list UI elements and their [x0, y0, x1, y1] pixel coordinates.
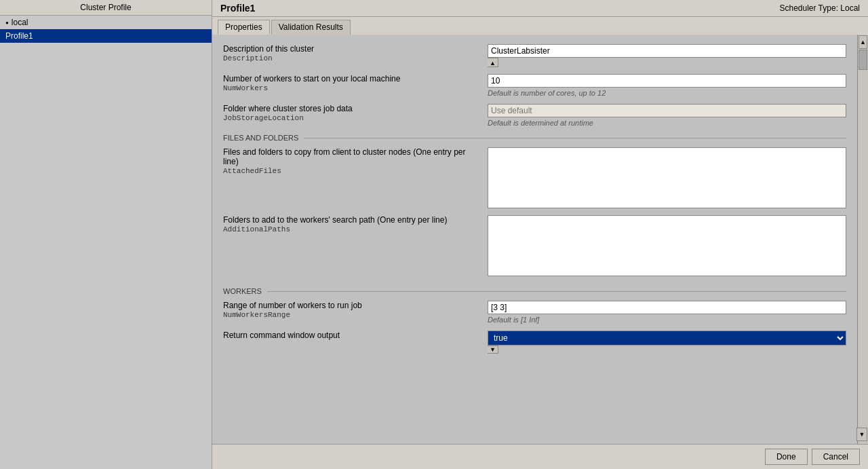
num-workers-row: Number of workers to start on your local… [223, 74, 846, 97]
sidebar-header: Cluster Profile [0, 0, 212, 16]
return-command-row: Return command window output true false … [223, 331, 846, 354]
attached-files-code: AttachedFiles [223, 167, 481, 175]
additional-paths-row: Folders to add to the workers' search pa… [223, 215, 846, 276]
attached-files-label: Files and folders to copy from client to… [223, 147, 466, 166]
description-input[interactable] [488, 44, 846, 58]
num-workers-label-wrap: Number of workers to start on your local… [223, 74, 488, 92]
num-workers-range-control: Default is [1 Inf] [488, 301, 846, 324]
main-content: Profile1 Scheduler Type: Local Propertie… [212, 0, 868, 469]
job-storage-input[interactable] [488, 104, 846, 117]
sidebar-item-profile[interactable]: Profile1 [0, 29, 212, 43]
additional-paths-control [488, 215, 846, 276]
scroll-down-button[interactable]: ▼ [856, 428, 867, 441]
profile-title: Profile1 [220, 3, 255, 14]
num-workers-range-row: Range of number of workers to run job Nu… [223, 301, 846, 324]
scheduler-type: Scheduler Type: Local [779, 3, 860, 13]
additional-paths-code: AdditionalPaths [223, 225, 481, 233]
additional-paths-label: Folders to add to the workers' search pa… [223, 215, 447, 225]
scroll-up-button[interactable]: ▲ [859, 35, 867, 49]
scrollable-area: Description of this cluster Description … [212, 35, 868, 444]
description-control: ▲ [488, 44, 846, 67]
scrollbar-track[interactable]: ▲ ▼ [857, 35, 868, 444]
scroll-thumb[interactable] [859, 50, 867, 70]
description-code: Description [223, 54, 481, 62]
bottom-bar: Done Cancel [212, 444, 868, 469]
files-folders-divider [304, 138, 846, 138]
additional-paths-label-wrap: Folders to add to the workers' search pa… [223, 215, 488, 233]
num-workers-range-code: NumWorkersRange [223, 311, 481, 319]
num-workers-range-label-wrap: Range of number of workers to run job Nu… [223, 301, 488, 319]
num-workers-control: Default is number of cores, up to 12 [488, 74, 846, 97]
attached-files-control [488, 147, 846, 208]
return-command-dropdown-arrow[interactable]: ▼ [488, 345, 498, 354]
sidebar-item-local[interactable]: local [0, 16, 212, 29]
job-storage-label: Folder where cluster stores job data [223, 104, 353, 113]
tab-content: Description of this cluster Description … [212, 35, 857, 444]
num-workers-input[interactable] [488, 74, 846, 88]
num-workers-label: Number of workers to start on your local… [223, 74, 400, 83]
tab-validation-results[interactable]: Validation Results [271, 20, 351, 35]
num-workers-hint: Default is number of cores, up to 12 [488, 89, 846, 97]
attached-files-label-wrap: Files and folders to copy from client to… [223, 147, 488, 175]
tab-bar: Properties Validation Results [212, 17, 868, 35]
workers-section: WORKERS Range of number of workers to ru… [223, 287, 846, 354]
return-command-control: true false ▼ [488, 331, 846, 354]
additional-paths-textarea[interactable] [488, 215, 846, 276]
return-command-label: Return command window output [223, 331, 340, 340]
files-folders-section: FILES AND FOLDERS Files and folders to c… [223, 134, 846, 276]
num-workers-range-hint: Default is [1 Inf] [488, 316, 846, 324]
description-label: Description of this cluster [223, 44, 314, 54]
attached-files-row: Files and folders to copy from client to… [223, 147, 846, 208]
return-command-label-wrap: Return command window output [223, 331, 488, 340]
files-folders-title: FILES AND FOLDERS [223, 134, 298, 142]
attached-files-textarea[interactable] [488, 147, 846, 208]
job-storage-label-wrap: Folder where cluster stores job data Job… [223, 104, 488, 122]
description-scroll-up[interactable]: ▲ [488, 58, 498, 67]
num-workers-range-input[interactable] [488, 301, 846, 314]
num-workers-range-label: Range of number of workers to run job [223, 301, 362, 310]
workers-title: WORKERS [223, 287, 262, 295]
files-folders-header-row: FILES AND FOLDERS [223, 134, 846, 142]
tab-properties[interactable]: Properties [218, 20, 270, 35]
description-label-wrap: Description of this cluster Description [223, 44, 488, 62]
workers-header-row: WORKERS [223, 287, 846, 295]
job-storage-code: JobStorageLocation [223, 114, 481, 122]
content-header: Profile1 Scheduler Type: Local [212, 0, 868, 17]
return-command-select[interactable]: true false [488, 331, 846, 345]
workers-divider [267, 291, 846, 292]
sidebar: Cluster Profile local Profile1 [0, 0, 212, 469]
num-workers-code: NumWorkers [223, 84, 481, 92]
done-button[interactable]: Done [765, 449, 808, 465]
job-storage-control: Default is determined at runtime [488, 104, 846, 127]
job-storage-hint: Default is determined at runtime [488, 119, 846, 127]
description-row: Description of this cluster Description … [223, 44, 846, 67]
job-storage-row: Folder where cluster stores job data Job… [223, 104, 846, 127]
cancel-button[interactable]: Cancel [812, 449, 860, 465]
